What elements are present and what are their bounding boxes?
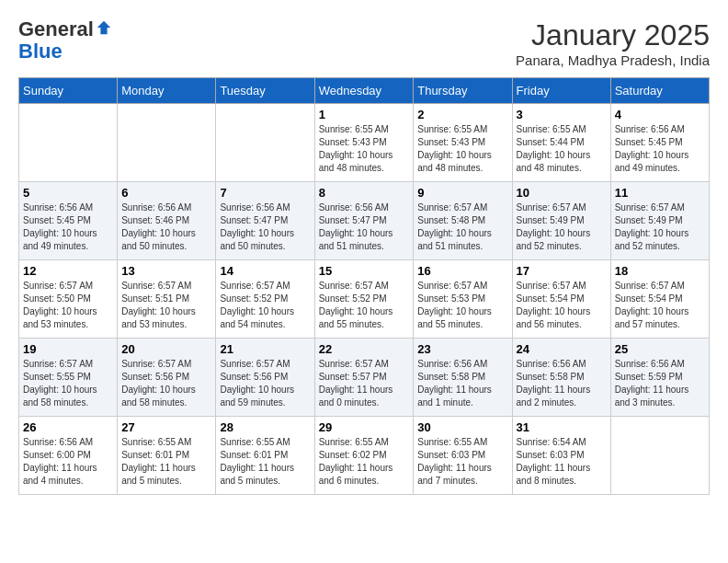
weekday-header-friday: Friday [512, 78, 610, 104]
calendar-cell: 22Sunrise: 6:57 AM Sunset: 5:57 PM Dayli… [314, 339, 414, 417]
calendar-cell: 26Sunrise: 6:56 AM Sunset: 6:00 PM Dayli… [19, 417, 118, 495]
day-number: 12 [23, 264, 113, 278]
calendar-cell: 16Sunrise: 6:57 AM Sunset: 5:53 PM Dayli… [414, 260, 512, 339]
day-number: 8 [319, 186, 410, 200]
day-number: 10 [517, 186, 607, 200]
day-info: Sunrise: 6:55 AM Sunset: 5:44 PM Dayligh… [517, 123, 607, 175]
day-info: Sunrise: 6:57 AM Sunset: 5:52 PM Dayligh… [319, 280, 410, 331]
day-number: 9 [417, 186, 507, 200]
day-number: 25 [615, 342, 705, 356]
day-info: Sunrise: 6:55 AM Sunset: 6:03 PM Dayligh… [417, 436, 507, 488]
day-number: 3 [517, 108, 607, 121]
day-info: Sunrise: 6:57 AM Sunset: 5:57 PM Dayligh… [319, 358, 410, 409]
day-info: Sunrise: 6:56 AM Sunset: 5:47 PM Dayligh… [220, 201, 310, 253]
day-number: 17 [517, 264, 607, 278]
calendar-cell: 20Sunrise: 6:57 AM Sunset: 5:56 PM Dayli… [118, 339, 216, 417]
calendar-cell: 30Sunrise: 6:55 AM Sunset: 6:03 PM Dayli… [414, 417, 512, 495]
logo-icon [96, 19, 112, 36]
day-info: Sunrise: 6:55 AM Sunset: 6:01 PM Dayligh… [121, 436, 211, 488]
location: Panara, Madhya Pradesh, India [516, 52, 710, 68]
calendar-week-row: 5Sunrise: 6:56 AM Sunset: 5:45 PM Daylig… [19, 182, 710, 260]
day-info: Sunrise: 6:57 AM Sunset: 5:49 PM Dayligh… [517, 201, 607, 253]
day-number: 7 [220, 186, 310, 200]
day-number: 29 [319, 420, 410, 434]
month-title: January 2025 [516, 18, 710, 52]
calendar-cell: 28Sunrise: 6:55 AM Sunset: 6:01 PM Dayli… [216, 417, 314, 495]
calendar-cell: 6Sunrise: 6:56 AM Sunset: 5:46 PM Daylig… [118, 182, 216, 260]
day-number: 22 [319, 342, 410, 356]
calendar-cell: 21Sunrise: 6:57 AM Sunset: 5:56 PM Dayli… [216, 339, 314, 417]
calendar-cell: 3Sunrise: 6:55 AM Sunset: 5:44 PM Daylig… [512, 104, 610, 182]
day-number: 1 [319, 108, 410, 121]
day-info: Sunrise: 6:57 AM Sunset: 5:53 PM Dayligh… [417, 280, 507, 331]
calendar-cell: 15Sunrise: 6:57 AM Sunset: 5:52 PM Dayli… [314, 260, 414, 339]
calendar-cell: 17Sunrise: 6:57 AM Sunset: 5:54 PM Dayli… [512, 260, 610, 339]
day-number: 24 [517, 342, 607, 356]
day-info: Sunrise: 6:56 AM Sunset: 5:59 PM Dayligh… [615, 358, 705, 409]
day-number: 2 [417, 108, 507, 121]
day-number: 15 [319, 264, 410, 278]
calendar-cell: 25Sunrise: 6:56 AM Sunset: 5:59 PM Dayli… [610, 339, 709, 417]
calendar-cell [610, 417, 709, 495]
day-info: Sunrise: 6:56 AM Sunset: 6:00 PM Dayligh… [23, 436, 113, 488]
day-number: 5 [23, 186, 113, 200]
calendar-cell: 11Sunrise: 6:57 AM Sunset: 5:49 PM Dayli… [610, 182, 709, 260]
weekday-header-thursday: Thursday [414, 78, 512, 104]
weekday-header-monday: Monday [118, 78, 216, 104]
day-info: Sunrise: 6:56 AM Sunset: 5:58 PM Dayligh… [517, 358, 607, 409]
calendar-cell: 23Sunrise: 6:56 AM Sunset: 5:58 PM Dayli… [414, 339, 512, 417]
calendar-cell: 12Sunrise: 6:57 AM Sunset: 5:50 PM Dayli… [19, 260, 118, 339]
day-info: Sunrise: 6:57 AM Sunset: 5:56 PM Dayligh… [220, 358, 310, 409]
svg-marker-0 [97, 21, 110, 34]
calendar-cell: 13Sunrise: 6:57 AM Sunset: 5:51 PM Dayli… [118, 260, 216, 339]
calendar-cell: 19Sunrise: 6:57 AM Sunset: 5:55 PM Dayli… [19, 339, 118, 417]
page-header: General Blue January 2025 Panara, Madhya… [18, 18, 710, 68]
day-info: Sunrise: 6:55 AM Sunset: 5:43 PM Dayligh… [319, 123, 410, 175]
day-info: Sunrise: 6:56 AM Sunset: 5:58 PM Dayligh… [417, 358, 507, 409]
day-number: 19 [23, 342, 113, 356]
logo-blue-text: Blue [18, 40, 63, 63]
calendar-week-row: 12Sunrise: 6:57 AM Sunset: 5:50 PM Dayli… [19, 260, 710, 339]
calendar-cell: 18Sunrise: 6:57 AM Sunset: 5:54 PM Dayli… [610, 260, 709, 339]
calendar-cell: 29Sunrise: 6:55 AM Sunset: 6:02 PM Dayli… [314, 417, 414, 495]
calendar-cell [118, 104, 216, 182]
day-number: 16 [417, 264, 507, 278]
day-info: Sunrise: 6:56 AM Sunset: 5:45 PM Dayligh… [615, 123, 705, 175]
day-info: Sunrise: 6:57 AM Sunset: 5:50 PM Dayligh… [23, 280, 113, 331]
day-number: 23 [417, 342, 507, 356]
day-number: 20 [121, 342, 211, 356]
weekday-header-wednesday: Wednesday [314, 78, 414, 104]
weekday-header-tuesday: Tuesday [216, 78, 314, 104]
calendar-cell: 10Sunrise: 6:57 AM Sunset: 5:49 PM Dayli… [512, 182, 610, 260]
day-info: Sunrise: 6:56 AM Sunset: 5:46 PM Dayligh… [121, 201, 211, 253]
logo-general-text: General [18, 17, 94, 40]
calendar-cell [19, 104, 118, 182]
day-info: Sunrise: 6:57 AM Sunset: 5:54 PM Dayligh… [615, 280, 705, 331]
calendar-cell: 31Sunrise: 6:54 AM Sunset: 6:03 PM Dayli… [512, 417, 610, 495]
day-info: Sunrise: 6:57 AM Sunset: 5:51 PM Dayligh… [121, 280, 211, 331]
day-number: 18 [615, 264, 705, 278]
day-info: Sunrise: 6:57 AM Sunset: 5:48 PM Dayligh… [417, 201, 507, 253]
day-info: Sunrise: 6:57 AM Sunset: 5:54 PM Dayligh… [517, 280, 607, 331]
calendar-cell: 27Sunrise: 6:55 AM Sunset: 6:01 PM Dayli… [118, 417, 216, 495]
day-number: 14 [220, 264, 310, 278]
day-info: Sunrise: 6:55 AM Sunset: 6:02 PM Dayligh… [319, 436, 410, 488]
day-number: 11 [615, 186, 705, 200]
calendar-week-row: 19Sunrise: 6:57 AM Sunset: 5:55 PM Dayli… [19, 339, 710, 417]
calendar-week-row: 1Sunrise: 6:55 AM Sunset: 5:43 PM Daylig… [19, 104, 710, 182]
logo: General Blue [18, 18, 112, 63]
calendar-cell: 9Sunrise: 6:57 AM Sunset: 5:48 PM Daylig… [414, 182, 512, 260]
calendar-week-row: 26Sunrise: 6:56 AM Sunset: 6:00 PM Dayli… [19, 417, 710, 495]
day-info: Sunrise: 6:57 AM Sunset: 5:52 PM Dayligh… [220, 280, 310, 331]
calendar-cell: 14Sunrise: 6:57 AM Sunset: 5:52 PM Dayli… [216, 260, 314, 339]
day-info: Sunrise: 6:55 AM Sunset: 6:01 PM Dayligh… [220, 436, 310, 488]
title-block: January 2025 Panara, Madhya Pradesh, Ind… [516, 18, 710, 68]
day-info: Sunrise: 6:56 AM Sunset: 5:45 PM Dayligh… [23, 201, 113, 253]
day-number: 31 [517, 420, 607, 434]
day-info: Sunrise: 6:56 AM Sunset: 5:47 PM Dayligh… [319, 201, 410, 253]
calendar-table: SundayMondayTuesdayWednesdayThursdayFrid… [18, 77, 710, 495]
day-number: 4 [615, 108, 705, 121]
weekday-header-saturday: Saturday [610, 78, 709, 104]
day-number: 27 [121, 420, 211, 434]
day-number: 30 [417, 420, 507, 434]
